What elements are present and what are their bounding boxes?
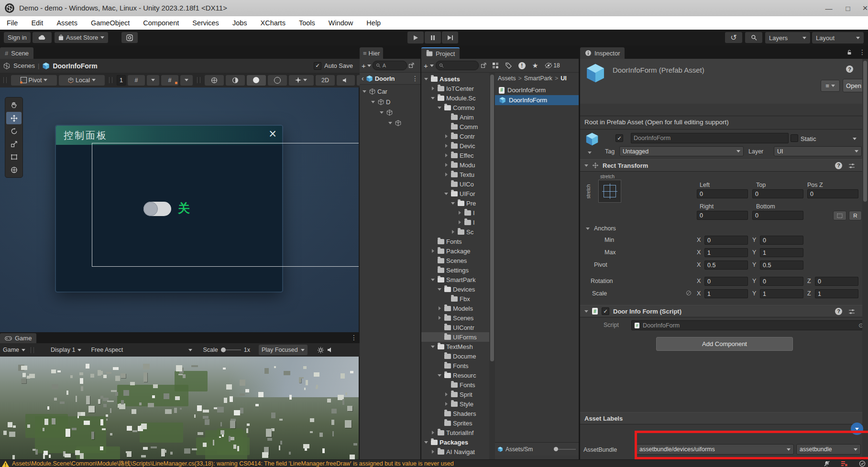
- fold-open-icon[interactable]: [444, 193, 448, 195]
- breadcrumb-assets[interactable]: Assets: [498, 75, 516, 82]
- project-tree-row[interactable]: Contr: [421, 131, 489, 141]
- raw-mode-button[interactable]: R: [849, 211, 862, 220]
- tab-game[interactable]: Game: [0, 333, 36, 343]
- menu-item[interactable]: XCharts: [254, 19, 292, 27]
- project-tree-row[interactable]: Shaders: [421, 409, 489, 418]
- project-tree-row[interactable]: Package: [421, 246, 489, 256]
- rotation-x-field[interactable]: 0: [704, 277, 748, 286]
- anchor-min-y-field[interactable]: 0: [760, 236, 803, 245]
- scrollbar-thumb[interactable]: [863, 61, 867, 202]
- asset-store-button[interactable]: Asset Store: [55, 32, 108, 43]
- play-button[interactable]: [407, 32, 424, 43]
- gameobject-name-field[interactable]: DoorInfoForm: [631, 133, 789, 143]
- fold-closed-icon[interactable]: [445, 392, 448, 396]
- properties-dropdown[interactable]: ≡: [821, 80, 840, 92]
- tab-scene[interactable]: # Scene: [0, 47, 33, 59]
- fold-closed-icon[interactable]: [432, 431, 434, 434]
- project-tree-row[interactable]: I: [421, 217, 489, 227]
- project-tree-row[interactable]: UIContr: [421, 323, 489, 332]
- asset-row[interactable]: # DoorInfoForm: [495, 85, 579, 95]
- anchor-min-x-field[interactable]: 0: [704, 236, 748, 245]
- console-warning-text[interactable]: Assets\Module.Scene\Common\Module\路线\Scr…: [12, 460, 454, 467]
- search-button[interactable]: [745, 32, 762, 43]
- open-prefab-button[interactable]: Open: [843, 79, 865, 92]
- project-tree-row[interactable]: Packages: [421, 437, 489, 447]
- project-tree-row[interactable]: Sc: [421, 227, 489, 237]
- cloud-button[interactable]: [33, 32, 52, 43]
- fold-open-icon[interactable]: [431, 346, 435, 348]
- scale-slider-knob[interactable]: [221, 348, 226, 352]
- hidden-count-indicator[interactable]: 18: [545, 62, 560, 69]
- shaded-mode-button[interactable]: [205, 75, 224, 86]
- project-tree-row[interactable]: Pre: [421, 198, 489, 208]
- script-object-field[interactable]: # DoorInfoForm ⊙: [631, 320, 867, 330]
- fold-open-icon[interactable]: [424, 441, 428, 444]
- grid-size-input[interactable]: 1: [117, 75, 126, 86]
- add-asset-button[interactable]: +: [424, 62, 428, 70]
- inspector-scrollbar[interactable]: [862, 59, 868, 459]
- fold-closed-icon[interactable]: [459, 211, 461, 215]
- fold-closed-icon[interactable]: [445, 134, 448, 138]
- pivot-y-field[interactable]: 0.5: [760, 261, 803, 270]
- scale-x-field[interactable]: 1: [704, 289, 748, 298]
- open-new-window-icon[interactable]: [481, 63, 486, 68]
- add-object-button[interactable]: +: [362, 62, 366, 70]
- local-dropdown[interactable]: Local: [59, 75, 105, 86]
- project-tree-row[interactable]: Effec: [421, 151, 489, 160]
- project-tree-row[interactable]: Devices: [421, 284, 489, 294]
- asset-labels-header[interactable]: Asset Labels: [580, 412, 868, 424]
- fold-open-icon[interactable]: [584, 164, 588, 167]
- project-tree-row[interactable]: UIFor: [421, 189, 489, 198]
- menu-item[interactable]: Component: [136, 19, 186, 27]
- scene-audio-button[interactable]: [337, 75, 355, 86]
- skybox-toggle-button[interactable]: [247, 75, 266, 86]
- top-field[interactable]: 0: [752, 189, 803, 198]
- step-button[interactable]: [442, 32, 458, 43]
- hierarchy-row[interactable]: D: [360, 97, 420, 107]
- effects-dropdown[interactable]: [289, 75, 314, 86]
- hierarchy-row[interactable]: Car: [360, 86, 420, 97]
- project-tree-row[interactable]: Fbx: [421, 294, 489, 304]
- back-icon[interactable]: ‹: [362, 75, 364, 82]
- layout-dropdown[interactable]: Layout: [812, 32, 864, 43]
- fold-closed-icon[interactable]: [445, 163, 448, 167]
- project-tree-row[interactable]: TextMesh: [421, 342, 489, 351]
- project-tree-row[interactable]: IoTCenter: [421, 84, 489, 93]
- thumbnail-zoom-slider[interactable]: [554, 449, 576, 450]
- fold-open-icon[interactable]: [388, 122, 392, 124]
- grid-snap-button[interactable]: #: [128, 75, 145, 86]
- fold-closed-icon[interactable]: [445, 144, 448, 148]
- drag-grip-icon[interactable]: [197, 77, 200, 83]
- layer-dropdown[interactable]: UI: [774, 146, 862, 156]
- fold-open-icon[interactable]: [584, 310, 588, 313]
- console-errors-icon[interactable]: [841, 460, 848, 467]
- link-scale-icon[interactable]: [686, 290, 692, 296]
- pause-button[interactable]: [425, 32, 441, 43]
- sign-in-button[interactable]: Sign in: [4, 32, 31, 43]
- rect-transform-header[interactable]: Rect Transform ? ⋮: [580, 159, 868, 172]
- aspect-dropdown[interactable]: Free Aspect: [91, 347, 192, 353]
- transform-tool[interactable]: [6, 163, 22, 176]
- lighting-toggle-button[interactable]: [226, 75, 245, 86]
- anchor-max-x-field[interactable]: 1: [704, 248, 748, 257]
- camera-button[interactable]: [121, 32, 138, 43]
- breadcrumb-prefab[interactable]: DoorInfoForm: [53, 62, 97, 70]
- fold-closed-icon[interactable]: [432, 249, 434, 253]
- pivot-x-field[interactable]: 0.5: [704, 261, 748, 270]
- menu-item[interactable]: Jobs: [226, 19, 254, 27]
- mute-notifications-icon[interactable]: [824, 460, 830, 467]
- project-tree-row[interactable]: Anim: [421, 112, 489, 122]
- menu-item[interactable]: File: [0, 19, 24, 27]
- scene-viewport[interactable]: 控制面板 × 关: [0, 87, 359, 332]
- alert-filter-icon[interactable]: !: [518, 62, 526, 69]
- project-tree-row[interactable]: Devic: [421, 141, 489, 151]
- caret-down-icon[interactable]: [367, 65, 371, 67]
- breadcrumb-current[interactable]: UI: [560, 75, 567, 82]
- increment-snap-button[interactable]: #: [161, 75, 178, 86]
- project-tree-row[interactable]: Settings: [421, 265, 489, 275]
- fold-closed-icon[interactable]: [439, 306, 441, 310]
- fold-open-icon[interactable]: [438, 374, 441, 377]
- scale-y-field[interactable]: 1: [760, 289, 803, 298]
- game-audio-icon[interactable]: [327, 347, 334, 353]
- menu-item[interactable]: Tools: [292, 19, 322, 27]
